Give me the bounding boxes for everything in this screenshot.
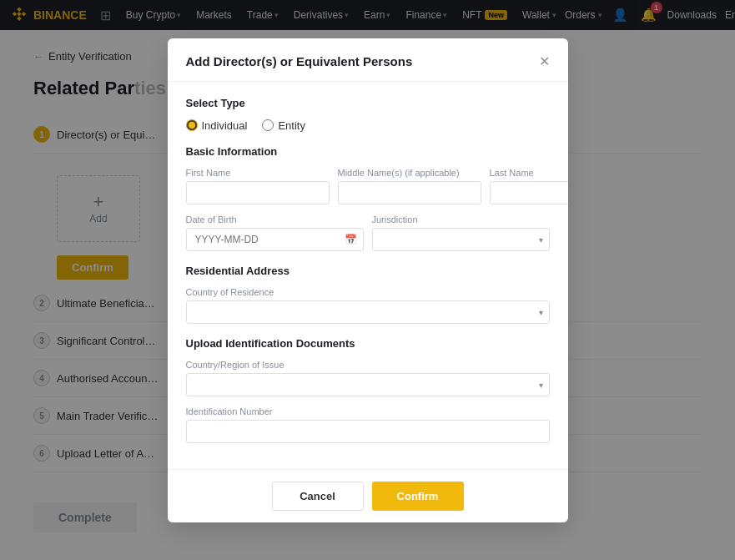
country-issue-select[interactable] [186, 373, 550, 396]
country-issue-group: Country/Region of Issue ▾ [186, 360, 550, 396]
country-residence-select-wrap: ▾ [186, 300, 550, 324]
dob-jurisdiction-row: Date of Birth 📅 Jurisdiction ▾ [186, 214, 550, 251]
middle-name-group: Middle Name(s) (if applicable) [338, 168, 481, 204]
type-entity-option[interactable]: Entity [262, 119, 305, 132]
last-name-label: Last Name [490, 168, 568, 178]
last-name-group: Last Name [490, 168, 568, 204]
modal-overlay: Add Director(s) or Equivalent Persons ✕ … [0, 0, 735, 560]
upload-docs-title: Upload Identification Documents [186, 337, 550, 350]
country-residence-row: Country of Residence ▾ [186, 287, 550, 324]
entity-label: Entity [278, 119, 305, 132]
cancel-button[interactable]: Cancel [272, 482, 364, 511]
first-name-input[interactable] [186, 181, 330, 204]
select-type-label: Select Type [186, 97, 550, 109]
modal-header: Add Director(s) or Equivalent Persons ✕ [168, 38, 568, 82]
middle-name-label: Middle Name(s) (if applicable) [338, 168, 481, 178]
select-type-section: Select Type Individual Entity [186, 97, 550, 132]
residential-address-section: Residential Address Country of Residence… [186, 265, 550, 324]
country-issue-select-wrap: ▾ [186, 373, 550, 396]
type-options-row: Individual Entity [186, 119, 550, 132]
confirm-button[interactable]: Confirm [372, 482, 464, 511]
type-individual-option[interactable]: Individual [186, 119, 248, 132]
country-issue-label: Country/Region of Issue [186, 360, 550, 370]
name-fields-row: First Name Middle Name(s) (if applicable… [186, 168, 550, 204]
id-number-group: Identification Number [186, 406, 550, 443]
individual-label: Individual [202, 119, 248, 132]
middle-name-input[interactable] [338, 181, 481, 204]
jurisdiction-select-wrap: ▾ [372, 228, 550, 251]
id-number-input[interactable] [186, 420, 550, 443]
first-name-label: First Name [186, 168, 330, 178]
modal-close-button[interactable]: ✕ [539, 53, 550, 69]
last-name-input[interactable] [490, 181, 568, 204]
jurisdiction-select[interactable] [372, 228, 550, 251]
dob-input-wrap: 📅 [186, 228, 364, 251]
modal-body: Select Type Individual Entity Basic Info… [168, 82, 568, 469]
upload-docs-section: Upload Identification Documents Country/… [186, 337, 550, 443]
entity-radio[interactable] [262, 119, 274, 131]
jurisdiction-group: Jurisdiction ▾ [372, 214, 550, 251]
country-residence-label: Country of Residence [186, 287, 550, 297]
modal-title: Add Director(s) or Equivalent Persons [186, 54, 413, 68]
jurisdiction-label: Jurisdiction [372, 214, 550, 225]
basic-info-section: Basic Information First Name Middle Name… [186, 145, 550, 251]
country-residence-group: Country of Residence ▾ [186, 287, 550, 324]
basic-info-title: Basic Information [186, 145, 550, 158]
country-issue-row: Country/Region of Issue ▾ [186, 360, 550, 396]
country-residence-select[interactable] [186, 300, 550, 324]
dob-input[interactable] [186, 228, 364, 251]
add-director-modal: Add Director(s) or Equivalent Persons ✕ … [168, 38, 568, 522]
modal-footer: Cancel Confirm [168, 469, 568, 522]
id-number-label: Identification Number [186, 406, 550, 416]
first-name-group: First Name [186, 168, 330, 204]
dob-group: Date of Birth 📅 [186, 214, 364, 251]
dob-label: Date of Birth [186, 214, 364, 225]
individual-radio[interactable] [186, 119, 198, 131]
id-number-row: Identification Number [186, 406, 550, 443]
residential-address-title: Residential Address [186, 265, 550, 277]
